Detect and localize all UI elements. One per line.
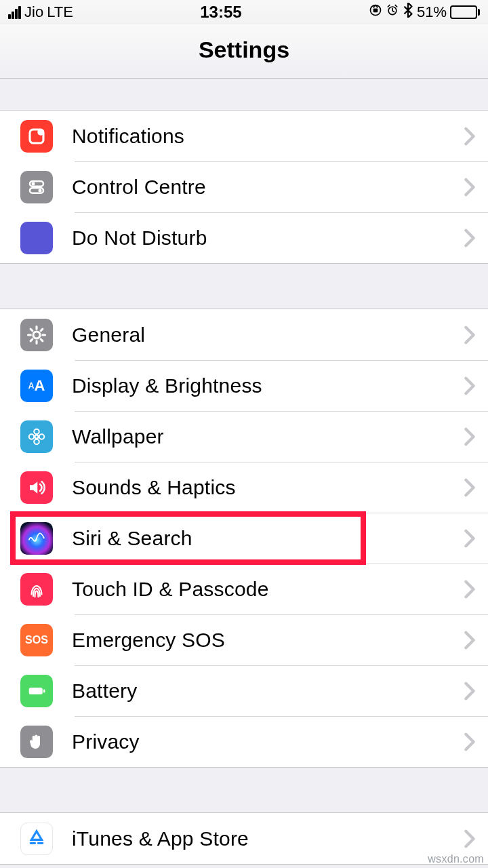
orientation-lock-icon <box>369 3 382 21</box>
battery-pct-label: 51% <box>417 3 447 21</box>
status-time: 13:55 <box>200 3 241 22</box>
row-label: General <box>72 323 464 347</box>
row-label: Wallpaper <box>72 425 464 448</box>
chevron-right-icon <box>464 178 476 197</box>
svg-point-9 <box>33 332 40 338</box>
row-label: Siri & Search <box>72 527 464 550</box>
row-siri-search[interactable]: Siri & Search <box>0 513 488 564</box>
row-label: Battery <box>72 679 464 703</box>
row-emergency-sos[interactable]: SOS Emergency SOS <box>0 614 488 665</box>
row-label: Sounds & Haptics <box>72 476 464 499</box>
group-spacer <box>0 264 488 309</box>
chevron-right-icon <box>464 732 476 751</box>
battery-icon <box>450 5 480 19</box>
alarm-icon <box>386 3 399 21</box>
status-left: Jio LTE <box>8 3 73 21</box>
chevron-right-icon <box>464 682 476 701</box>
flower-icon <box>20 420 53 453</box>
settings-group-2: General AA Display & Brightness Wallpape… <box>0 309 488 768</box>
svg-point-13 <box>29 434 35 439</box>
hand-icon <box>20 726 53 758</box>
settings-group-1: Notifications Control Centre Do Not Dist… <box>0 110 488 264</box>
network-label: LTE <box>47 3 73 21</box>
row-privacy[interactable]: Privacy <box>0 716 488 767</box>
chevron-right-icon <box>464 631 476 650</box>
row-general[interactable]: General <box>0 309 488 360</box>
sos-icon: SOS <box>20 624 53 656</box>
battery-icon <box>20 675 53 707</box>
status-bar: Jio LTE 13:55 51% <box>0 0 488 24</box>
siri-icon <box>20 522 53 555</box>
row-battery[interactable]: Battery <box>0 665 488 716</box>
chevron-right-icon <box>464 326 476 344</box>
chevron-right-icon <box>464 376 476 395</box>
bluetooth-icon <box>403 3 413 22</box>
gear-icon <box>20 319 53 351</box>
row-do-not-disturb[interactable]: Do Not Disturb <box>0 212 488 263</box>
row-notifications[interactable]: Notifications <box>0 111 488 161</box>
settings-group-3: iTunes & App Store <box>0 812 488 865</box>
notifications-icon <box>20 120 53 153</box>
watermark: wsxdn.com <box>428 853 484 865</box>
fingerprint-icon <box>20 573 53 606</box>
row-wallpaper[interactable]: Wallpaper <box>0 411 488 462</box>
row-control-centre[interactable]: Control Centre <box>0 161 488 212</box>
row-label: Do Not Disturb <box>72 226 464 250</box>
signal-icon <box>8 6 21 19</box>
row-label: iTunes & App Store <box>72 827 464 850</box>
moon-icon <box>20 222 53 254</box>
svg-point-12 <box>34 439 39 444</box>
toggles-icon <box>20 171 53 203</box>
svg-rect-1 <box>373 9 378 13</box>
carrier-label: Jio <box>24 3 43 21</box>
row-label: Privacy <box>72 730 464 753</box>
row-label: Touch ID & Passcode <box>72 578 464 601</box>
chevron-right-icon <box>464 127 476 146</box>
svg-rect-15 <box>29 688 43 694</box>
row-display-brightness[interactable]: AA Display & Brightness <box>0 360 488 411</box>
page-title: Settings <box>0 37 488 63</box>
svg-point-10 <box>35 435 39 438</box>
appstore-icon <box>20 823 53 855</box>
row-touchid-passcode[interactable]: Touch ID & Passcode <box>0 564 488 614</box>
row-label: Control Centre <box>72 176 464 199</box>
row-label: Emergency SOS <box>72 629 464 652</box>
svg-point-4 <box>37 128 44 135</box>
svg-point-6 <box>32 182 35 185</box>
nav-header: Settings <box>0 24 488 79</box>
group-spacer <box>0 79 488 110</box>
aa-icon: AA <box>20 370 53 402</box>
chevron-right-icon <box>464 427 476 446</box>
chevron-right-icon <box>464 529 476 548</box>
row-sounds-haptics[interactable]: Sounds & Haptics <box>0 462 488 513</box>
chevron-right-icon <box>464 829 476 848</box>
svg-rect-16 <box>43 689 45 692</box>
row-label: Notifications <box>72 125 464 148</box>
speaker-icon <box>20 471 53 504</box>
chevron-right-icon <box>464 580 476 599</box>
row-itunes-app-store[interactable]: iTunes & App Store <box>0 813 488 864</box>
group-spacer <box>0 768 488 812</box>
svg-point-11 <box>34 429 39 434</box>
svg-point-14 <box>39 434 45 439</box>
row-label: Display & Brightness <box>72 374 464 397</box>
status-right: 51% <box>369 3 480 22</box>
chevron-right-icon <box>464 229 476 248</box>
sos-icon-text: SOS <box>25 634 48 646</box>
svg-point-8 <box>39 189 42 192</box>
chevron-right-icon <box>464 478 476 497</box>
